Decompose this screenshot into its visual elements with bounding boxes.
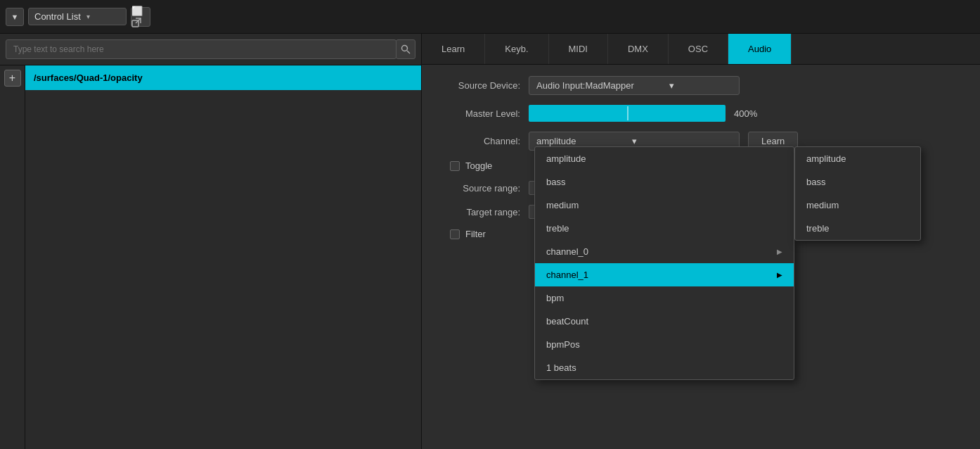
- level-bar-marker: [627, 106, 628, 120]
- add-col: +: [0, 65, 25, 449]
- master-level-container: 400%: [529, 105, 757, 122]
- source-device-dropdown[interactable]: Audio Input:MadMapper ▾: [529, 76, 740, 95]
- channel-option-bass[interactable]: bass: [535, 170, 794, 194]
- tab-dmx[interactable]: DMX: [608, 34, 669, 64]
- item-list: /surfaces/Quad-1/opacity: [25, 65, 421, 449]
- submenu-medium[interactable]: medium: [795, 194, 920, 217]
- search-bar: [0, 34, 421, 65]
- source-range-label: Source range:: [436, 183, 520, 194]
- submenu-amplitude[interactable]: amplitude: [795, 147, 920, 170]
- filter-checkbox[interactable]: [450, 229, 460, 239]
- master-level-row: Master Level: 400%: [436, 105, 966, 122]
- target-range-label: Target range:: [436, 207, 520, 217]
- tab-midi[interactable]: MIDI: [549, 34, 608, 64]
- svg-line-3: [407, 51, 410, 53]
- channel0-submenu-arrow-icon: ▶: [777, 248, 782, 255]
- tab-keyb[interactable]: Keyb.: [485, 34, 548, 64]
- title-chevron-icon: ▾: [86, 13, 90, 20]
- channel-option-beatcount[interactable]: beatCount: [535, 310, 794, 333]
- search-icon: [401, 44, 411, 54]
- master-level-percent: 400%: [734, 108, 757, 119]
- tab-learn[interactable]: Learn: [422, 34, 485, 64]
- channel-option-treble[interactable]: treble: [535, 217, 794, 240]
- master-level-label: Master Level:: [436, 108, 520, 119]
- control-list-dropdown[interactable]: Control List ▾: [28, 8, 127, 25]
- source-device-chevron-icon: ▾: [669, 80, 674, 91]
- channel-option-medium[interactable]: medium: [535, 194, 794, 217]
- tab-bar: Learn Keyb. MIDI DMX OSC Audio: [422, 34, 980, 65]
- submenu-bass[interactable]: bass: [795, 170, 920, 194]
- toggle-label: Toggle: [465, 160, 492, 171]
- channel-option-bpm[interactable]: bpm: [535, 286, 794, 310]
- external-link-button[interactable]: ⬜: [131, 7, 150, 27]
- channel-dropdown-menu: amplitude bass medium treble channel_0 ▶…: [534, 146, 794, 380]
- svg-point-2: [402, 46, 408, 51]
- top-bar: ▼ Control List ▾ ⬜: [0, 0, 980, 34]
- channel-option-amplitude[interactable]: amplitude: [535, 147, 794, 170]
- toggle-checkbox[interactable]: [450, 161, 460, 171]
- channel-option-1beats[interactable]: 1 beats: [535, 356, 794, 379]
- search-input[interactable]: [6, 39, 396, 59]
- control-list-title: Control List: [34, 11, 81, 22]
- search-button[interactable]: [396, 39, 415, 59]
- right-panel: Learn Keyb. MIDI DMX OSC Audio Source De…: [422, 34, 980, 449]
- left-panel: + /surfaces/Quad-1/opacity: [0, 34, 422, 449]
- channel-label: Channel:: [436, 136, 520, 146]
- filter-label: Filter: [465, 229, 486, 239]
- source-device-label: Source Device:: [436, 80, 520, 91]
- panel-dropdown-arrow[interactable]: ▼: [6, 8, 24, 26]
- add-item-button[interactable]: +: [4, 70, 21, 87]
- channel-chevron-icon: ▾: [632, 136, 637, 146]
- external-link-icon: ⬜: [131, 6, 150, 27]
- channel1-submenu: amplitude bass medium treble: [794, 146, 921, 241]
- channel-option-bpmpos[interactable]: bpmPos: [535, 333, 794, 356]
- channel-option-channel1[interactable]: channel_1 ▶: [535, 263, 794, 286]
- submenu-treble[interactable]: treble: [795, 217, 920, 240]
- list-area: + /surfaces/Quad-1/opacity: [0, 65, 421, 449]
- list-item[interactable]: /surfaces/Quad-1/opacity: [25, 65, 421, 90]
- tab-audio[interactable]: Audio: [728, 34, 792, 64]
- channel-option-channel0[interactable]: channel_0 ▶: [535, 240, 794, 263]
- channel1-submenu-arrow-icon: ▶: [777, 271, 782, 279]
- master-level-bar[interactable]: [529, 105, 726, 122]
- main-layout: + /surfaces/Quad-1/opacity Learn Keyb. M…: [0, 34, 980, 449]
- source-device-row: Source Device: Audio Input:MadMapper ▾: [436, 76, 966, 95]
- tab-osc[interactable]: OSC: [669, 34, 728, 64]
